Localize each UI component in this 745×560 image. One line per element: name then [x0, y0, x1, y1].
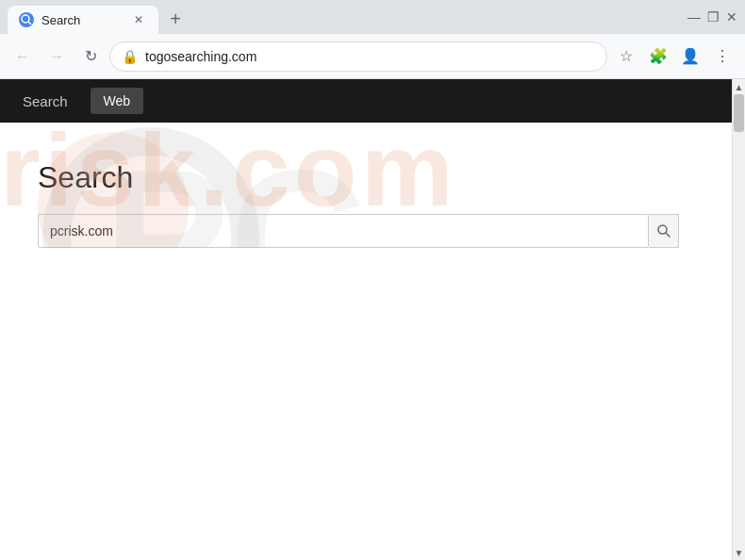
svg-point-0 — [22, 15, 29, 23]
tab-close-button[interactable]: ✕ — [130, 11, 147, 28]
site-nav-search-label: Search — [15, 93, 75, 109]
address-bar[interactable]: 🔒 togosearching.com — [109, 41, 607, 72]
menu-button[interactable]: ⋮ — [707, 41, 737, 72]
extensions-button[interactable]: 🧩 — [643, 41, 673, 72]
window-controls: — ❐ ✕ — [688, 11, 737, 23]
tab-area: Search ✕ + — [8, 0, 677, 34]
site-navbar: Search Web — [0, 79, 732, 123]
new-tab-button[interactable]: + — [162, 6, 189, 32]
scrollbar-down-button[interactable]: ▼ — [733, 545, 745, 560]
browser-viewport: Search Web PC risk.com Search — [0, 79, 745, 560]
lock-icon: 🔒 — [122, 49, 138, 64]
url-text: togosearching.com — [145, 49, 595, 64]
title-bar: Search ✕ + — ❐ ✕ — [0, 0, 745, 34]
site-nav-web-label[interactable]: Web — [91, 88, 144, 114]
svg-line-6 — [666, 233, 670, 237]
search-input[interactable] — [38, 214, 649, 248]
svg-line-1 — [28, 22, 31, 25]
page-heading: Search — [38, 160, 694, 195]
scrollbar-up-button[interactable]: ▲ — [733, 79, 745, 94]
main-area: PC risk.com Search — [0, 123, 732, 248]
reload-button[interactable]: ↻ — [75, 41, 106, 72]
account-button[interactable]: 👤 — [675, 41, 705, 72]
active-tab[interactable]: Search ✕ — [8, 6, 158, 34]
search-box-wrapper — [38, 214, 679, 248]
scrollbar: ▲ ▼ — [732, 79, 745, 560]
scrollbar-track[interactable] — [733, 94, 745, 545]
page-content: Search Web PC risk.com Search — [0, 79, 732, 560]
nav-right-icons: ☆ 🧩 👤 ⋮ — [611, 41, 737, 72]
nav-bar: ← → ↻ 🔒 togosearching.com ☆ 🧩 👤 ⋮ — [0, 34, 745, 79]
bookmark-button[interactable]: ☆ — [611, 41, 641, 72]
tab-title: Search — [41, 13, 123, 27]
minimize-button[interactable]: — — [688, 11, 700, 23]
forward-button[interactable]: → — [41, 41, 72, 72]
tab-favicon — [19, 12, 34, 27]
search-submit-icon — [657, 224, 670, 238]
restore-button[interactable]: ❐ — [707, 11, 719, 23]
search-submit-button[interactable] — [649, 214, 679, 248]
scrollbar-thumb[interactable] — [734, 94, 744, 132]
close-button[interactable]: ✕ — [726, 11, 737, 23]
back-button[interactable]: ← — [8, 41, 38, 72]
